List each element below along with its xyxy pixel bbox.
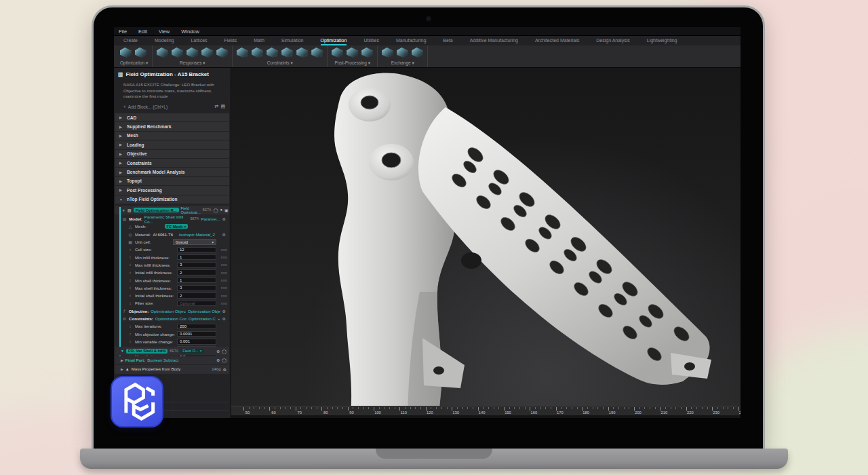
param-max-infill-thickness[interactable]: ↕Max infill thickness:3mm: [122, 261, 227, 269]
tree-item-mesh[interactable]: ▶Mesh: [115, 132, 229, 140]
tree-item-supplied-benchmark[interactable]: ▶Supplied Benchmark: [115, 122, 229, 130]
objective-row[interactable]: ƒObjective:Optimization ObjectiveOptimiz…: [122, 307, 227, 315]
param-min-infill-thickness[interactable]: ↕Min infill thickness:1mm: [122, 253, 227, 261]
tool-icon[interactable]: [332, 48, 343, 58]
chevron-down-icon[interactable]: ▼: [122, 208, 125, 212]
toolbar-group-label[interactable]: Post-Processing ▾: [332, 60, 373, 66]
toolbar-group-label[interactable]: Responses ▾: [157, 60, 228, 66]
tab-lightweighting[interactable]: Lightweighting: [647, 36, 677, 45]
tab-simulation[interactable]: Simulation: [281, 36, 304, 45]
tab-optimization[interactable]: Optimization: [321, 36, 347, 45]
param-filter-size[interactable]: ↕Filter size:Optionalmm: [122, 299, 227, 307]
value-input[interactable]: 3: [177, 262, 216, 268]
toolbar-group-label[interactable]: Constraints ▾: [237, 60, 323, 66]
solver-min-variable-change[interactable]: ↕Min variable change:0.001: [122, 338, 227, 345]
tab-math[interactable]: Math: [254, 36, 264, 45]
objective-link[interactable]: Optimization Objective: [151, 309, 186, 314]
tool-icon[interactable]: ⊘: [237, 48, 248, 58]
tool-icon[interactable]: +: [216, 48, 228, 58]
gear-icon[interactable]: ⚙: [223, 367, 226, 372]
tool-icon[interactable]: +: [172, 48, 183, 58]
menu-file[interactable]: File: [119, 28, 127, 35]
close-icon[interactable]: ×: [199, 349, 201, 353]
gear-icon[interactable]: ⚙: [216, 358, 220, 362]
value-input[interactable]: 2: [177, 292, 216, 299]
chevron-right-icon[interactable]: ▶: [119, 179, 123, 183]
param-max-shell-thickness[interactable]: ↕Max shell thickness:3mm: [122, 284, 227, 292]
value-input[interactable]: 1: [177, 278, 216, 284]
value-input[interactable]: 3: [177, 285, 216, 291]
tool-icon[interactable]: +: [186, 48, 198, 58]
tree-item-post-processing[interactable]: ▶Post Processing: [115, 186, 229, 194]
value-input[interactable]: 2: [177, 269, 216, 276]
add-block-button[interactable]: + Add Block... (Ctrl+L) ⇄ ▤: [123, 102, 225, 111]
param-initial-infill-thickness[interactable]: ↕Initial infill thickness:2mm: [122, 269, 227, 276]
tool-icon[interactable]: ⊘: [252, 48, 263, 58]
tree-item-ntop-field-optimization[interactable]: ▼nTop Field Optimization: [115, 195, 229, 204]
mesh-row[interactable]: △Mesh:FE Mesh ×: [122, 223, 227, 230]
fo-var-row[interactable]: ▼ FO- Var Shell & Infill BETA Field O...…: [115, 347, 229, 356]
menu-edit[interactable]: Edit: [138, 28, 147, 35]
tree-item-constraints[interactable]: ▶Constraints: [115, 159, 229, 167]
chevron-right-icon[interactable]: ▶: [119, 125, 123, 129]
mass-properties-row[interactable]: ▶ ▲ Mass Properties from Body 140g ⚙: [115, 365, 229, 374]
circle-icon[interactable]: ◯: [214, 208, 218, 212]
fo-var-chip[interactable]: FO- Var Shell & Infill: [126, 349, 167, 354]
param-initial-shell-thickness[interactable]: ↕Initial shell thickness:2mm: [122, 292, 227, 299]
tab-lattices[interactable]: Lattices: [191, 36, 207, 45]
tree-item-loading[interactable]: ▶Loading: [115, 140, 229, 149]
tab-beta[interactable]: Beta: [443, 36, 452, 45]
tool-icon[interactable]: [347, 48, 358, 58]
chevron-down-icon[interactable]: ▼: [121, 349, 124, 353]
gear-icon[interactable]: ⚙: [222, 232, 227, 237]
tab-manufacturing[interactable]: Manufacturing: [396, 36, 426, 45]
material-link[interactable]: Isotropic Material_2: [179, 232, 216, 237]
circle-icon[interactable]: ◯: [222, 349, 226, 354]
gear-icon[interactable]: ⚙: [222, 316, 227, 321]
tab-design-analysis[interactable]: Design Analysis: [596, 36, 629, 45]
menu-window[interactable]: Window: [181, 28, 199, 35]
gear-icon[interactable]: ⚙: [222, 216, 227, 221]
tree-item-cad[interactable]: ▶CAD: [115, 113, 229, 121]
chevron-right-icon[interactable]: ▶: [119, 161, 123, 165]
tool-icon[interactable]: [361, 48, 373, 58]
value-input[interactable]: Optional: [177, 301, 216, 307]
circle-icon[interactable]: ◯: [222, 358, 226, 362]
tool-icon[interactable]: ⊘: [281, 48, 293, 58]
tool-icon[interactable]: [135, 48, 146, 58]
unit-cell-row[interactable]: ▦Unit cell:Gyroid▾: [122, 238, 227, 246]
gear-icon[interactable]: ⚙: [216, 349, 220, 354]
value-input[interactable]: 0.0001: [177, 331, 216, 337]
toolbar-group-label[interactable]: Exchange ▾: [382, 60, 423, 66]
tab-additive-manufacturing[interactable]: Additive Manufacturing: [470, 36, 518, 45]
viewport-3d[interactable]: 5060708090100110120130140150160170180190…: [231, 68, 741, 418]
tab-fields[interactable]: Fields: [224, 36, 237, 45]
model-extra[interactable]: Paramet...: [201, 216, 220, 221]
chevron-right-icon[interactable]: ▶: [119, 188, 123, 192]
dot-icon[interactable]: ●: [220, 208, 222, 212]
solver-max-iterations[interactable]: ↕Max iterations:200: [122, 322, 227, 330]
material-row[interactable]: ◎Material:Al 6061-T6Isotropic Material_2…: [122, 231, 227, 238]
value-input[interactable]: 200: [177, 324, 216, 330]
tab-utilities[interactable]: Utilities: [363, 36, 379, 45]
objective-link[interactable]: Optimization Objec...: [188, 309, 220, 314]
chevron-right-icon[interactable]: ▶: [121, 358, 123, 362]
fo-ref[interactable]: Field Optimizat...: [181, 206, 201, 214]
list-icon[interactable]: ▤: [220, 104, 225, 109]
model-row[interactable]: ▧Model:Parametric Shell Infill Co...BETA…: [122, 215, 227, 223]
model-value[interactable]: Parametric Shell Infill Co...: [144, 214, 189, 224]
solver-min-objective-change[interactable]: ↕Min objective change:0.0001: [122, 330, 227, 337]
chevron-right-icon[interactable]: ▶: [119, 170, 123, 174]
fo-name-chip[interactable]: Field Optimization R...: [134, 208, 179, 212]
tree-item-objective[interactable]: ▶Objective: [115, 150, 229, 158]
final-part-row[interactable]: ▶ Final Part: Boolean Subtract ⚙ ◯: [115, 356, 229, 365]
param-cell-size[interactable]: ↕Cell size:12mm: [122, 246, 227, 253]
tool-icon[interactable]: ⊘: [267, 48, 278, 58]
tree-item-benchmark-model-analysis[interactable]: ▶Benchmark Model Analysis: [115, 168, 229, 176]
constraint-link[interactable]: Optimization Con...: [155, 316, 186, 321]
box-icon[interactable]: ▣: [224, 208, 229, 212]
plus-icon[interactable]: +: [218, 316, 220, 321]
tool-icon[interactable]: [412, 48, 423, 58]
value-input[interactable]: 12: [177, 247, 216, 253]
fo-var-ref-chip[interactable]: Field O... ×: [180, 349, 204, 354]
